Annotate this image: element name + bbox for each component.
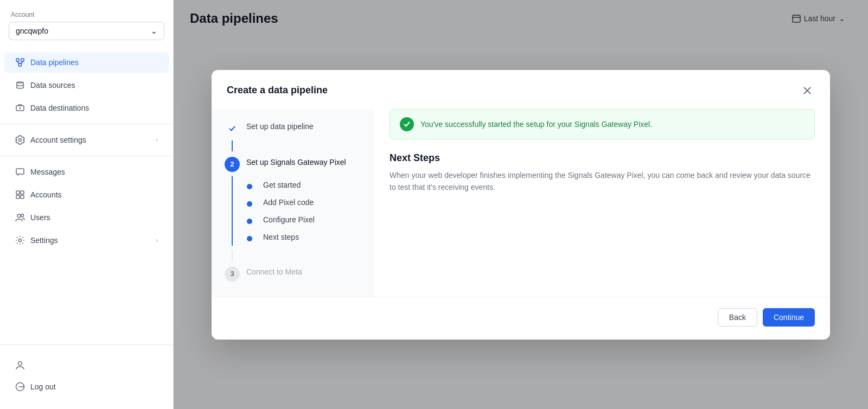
sidebar-item-profile[interactable] xyxy=(4,355,169,375)
sidebar-label-settings: Settings xyxy=(30,236,58,245)
main-content: Data pipelines Last hour ⌄ Create a data… xyxy=(174,0,868,409)
content-panel: You've successfully started the setup fo… xyxy=(374,109,830,297)
substep-label-next: Next steps xyxy=(258,231,299,244)
sidebar-item-account-settings[interactable]: Account settings › xyxy=(4,130,169,150)
account-label: Account xyxy=(0,11,173,22)
step-3-indicator: 3 xyxy=(225,266,240,282)
svg-rect-0 xyxy=(16,59,19,61)
steps-panel: Set up data pipeline 2 Set up Signals Ga… xyxy=(212,109,374,297)
svg-point-16 xyxy=(21,214,24,217)
substep-dot-1 xyxy=(247,184,252,189)
chevron-down-icon: ⌄ xyxy=(151,27,157,35)
continue-button[interactable]: Continue xyxy=(763,308,815,327)
sidebar-item-messages[interactable]: Messages xyxy=(4,162,169,182)
sidebar-item-data-destinations[interactable]: Data destinations xyxy=(4,98,169,118)
accounts-icon xyxy=(15,190,25,200)
modal-header: Create a data pipeline xyxy=(212,70,830,98)
data-dest-icon xyxy=(15,103,25,113)
close-icon xyxy=(803,86,812,95)
sidebar-label-account-settings: Account settings xyxy=(30,136,86,144)
svg-rect-1 xyxy=(21,59,24,61)
sidebar-item-data-sources[interactable]: Data sources xyxy=(4,75,169,95)
svg-point-9 xyxy=(19,139,22,142)
check-icon xyxy=(228,125,236,132)
sidebar-label-data-destinations: Data destinations xyxy=(30,104,89,112)
sidebar-label-logout: Log out xyxy=(30,382,56,391)
step-3-row: 3 Connect to Meta xyxy=(225,265,361,282)
sidebar-label-data-sources: Data sources xyxy=(30,81,75,90)
profile-icon xyxy=(15,360,25,370)
svg-rect-12 xyxy=(21,191,24,194)
modal-body: Set up data pipeline 2 Set up Signals Ga… xyxy=(212,98,830,297)
substep-label-add-pixel: Add Pixel code xyxy=(258,196,314,209)
substep-label-get-started: Get started xyxy=(258,178,301,191)
svg-line-4 xyxy=(18,62,21,63)
next-steps-title: Next Steps xyxy=(390,152,815,164)
substep-next-wrap: Next steps xyxy=(232,228,361,246)
svg-rect-14 xyxy=(21,195,24,199)
substep-label-configure: Configure Pixel xyxy=(258,213,315,226)
sidebar-item-data-pipelines[interactable]: Data pipelines xyxy=(4,52,169,73)
message-icon xyxy=(15,167,25,177)
back-button[interactable]: Back xyxy=(718,308,757,327)
modal-close-button[interactable] xyxy=(800,83,815,98)
success-banner: You've successfully started the setup fo… xyxy=(390,109,815,139)
sidebar-divider-2 xyxy=(0,156,173,156)
svg-line-6 xyxy=(20,62,23,63)
svg-point-15 xyxy=(17,214,21,218)
sidebar-item-settings[interactable]: Settings › xyxy=(4,230,169,251)
svg-rect-13 xyxy=(16,195,20,199)
sidebar-label-accounts: Accounts xyxy=(30,190,62,199)
data-source-icon xyxy=(15,80,25,90)
users-icon xyxy=(15,213,25,222)
data-pipeline-icon xyxy=(15,57,25,67)
substep-line-2 xyxy=(232,194,233,211)
substep-configure-wrap: Configure Pixel xyxy=(232,211,361,228)
step-1-label: Set up data pipeline xyxy=(246,120,314,131)
sidebar-nav: Data pipelines Data sources xyxy=(0,51,173,344)
svg-point-18 xyxy=(18,362,22,366)
chevron-right-icon: › xyxy=(156,136,158,144)
substep-line-1 xyxy=(232,176,233,194)
sidebar-item-logout[interactable]: Log out xyxy=(4,376,169,397)
svg-rect-2 xyxy=(19,63,22,66)
substeps-container: Get started Add Pixel code xyxy=(225,176,361,246)
substep-line-3 xyxy=(232,211,233,228)
success-check-icon xyxy=(400,117,414,131)
svg-rect-11 xyxy=(16,191,20,194)
modal-footer: Back Continue xyxy=(212,297,830,340)
modal-overlay: Create a data pipeline xyxy=(174,0,868,409)
step-connector-2 xyxy=(232,250,233,261)
substep-add-pixel-wrap: Add Pixel code xyxy=(232,194,361,211)
substep-dot-4 xyxy=(247,236,252,241)
sidebar-item-users[interactable]: Users xyxy=(4,207,169,228)
account-name: gncqwpfo xyxy=(16,27,48,35)
svg-rect-10 xyxy=(16,169,24,174)
substep-dot-3 xyxy=(247,219,252,224)
step-2-indicator: 2 xyxy=(225,157,240,172)
success-message: You've successfully started the setup fo… xyxy=(420,120,652,129)
sidebar-label-messages: Messages xyxy=(30,168,65,176)
substep-dot-2 xyxy=(247,201,252,207)
modal: Create a data pipeline xyxy=(212,70,830,340)
sidebar-divider-1 xyxy=(0,124,173,124)
step-1-row: Set up data pipeline xyxy=(225,120,361,136)
sidebar-item-accounts[interactable]: Accounts xyxy=(4,184,169,205)
step-connector-1 xyxy=(232,140,233,151)
substep-line-4 xyxy=(232,228,233,246)
gear-icon xyxy=(15,235,25,245)
step-3-label: Connect to Meta xyxy=(246,265,302,276)
svg-point-17 xyxy=(19,239,22,242)
modal-title: Create a data pipeline xyxy=(227,85,328,96)
settings-icon xyxy=(15,135,25,145)
step-1-indicator xyxy=(225,121,240,136)
account-selector[interactable]: gncqwpfo ⌄ xyxy=(9,22,164,40)
step-2-label: Set up Signals Gateway Pixel xyxy=(246,156,346,167)
svg-point-8 xyxy=(20,107,21,109)
sidebar-label-users: Users xyxy=(30,213,50,222)
step-2-row: 2 Set up Signals Gateway Pixel xyxy=(225,156,361,172)
sidebar-label-data-pipelines: Data pipelines xyxy=(30,58,79,67)
substep-get-started-wrap: Get started xyxy=(232,176,361,194)
sidebar-bottom: Log out xyxy=(0,344,173,398)
sidebar: Account gncqwpfo ⌄ Data pipelines xyxy=(0,0,174,409)
